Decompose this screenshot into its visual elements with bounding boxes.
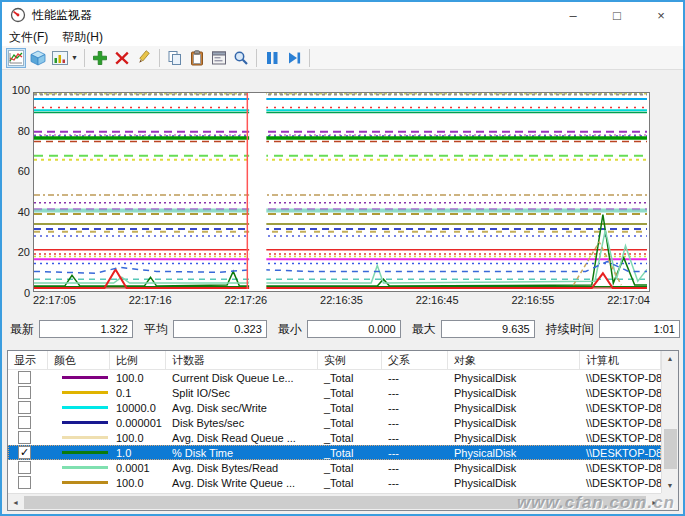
column-header[interactable]: 计算机 — [580, 351, 661, 369]
highlight-button[interactable] — [134, 48, 154, 68]
cell-counter: Avg. Disk Write Queue ... — [166, 475, 318, 490]
show-checkbox[interactable]: ✓ — [18, 446, 31, 459]
menu-help[interactable]: 帮助(H) — [55, 29, 110, 46]
cell-scale: 100.0 — [110, 430, 166, 445]
chart-canvas — [34, 93, 647, 289]
chart-plot-area[interactable] — [33, 92, 650, 292]
table-row[interactable]: 100.0 Current Disk Queue Le... _Total --… — [8, 370, 661, 385]
cell-object: PhysicalDisk — [448, 430, 580, 445]
table-row[interactable]: 0.000001 Disk Bytes/sec _Total --- Physi… — [8, 415, 661, 430]
show-checkbox[interactable] — [18, 386, 31, 399]
column-header[interactable]: 显示 — [8, 351, 48, 369]
cell-computer: \\DESKTOP-D8QA — [580, 445, 661, 460]
close-button[interactable]: × — [639, 2, 683, 28]
cell-counter: Avg. Disk Read Queue ... — [166, 430, 318, 445]
show-checkbox[interactable] — [18, 416, 31, 429]
table-row[interactable]: 10000.0 Avg. Disk sec/Write _Total --- P… — [8, 400, 661, 415]
cell-instance: _Total — [318, 385, 382, 400]
cell-scale: 0.1 — [110, 385, 166, 400]
show-checkbox[interactable] — [18, 431, 31, 444]
vertical-scroll-thumb[interactable] — [664, 429, 677, 469]
view-current-activity-button[interactable] — [28, 48, 48, 68]
counter-list: 显示颜色比例计数器实例父系对象计算机 100.0 Current Disk Qu… — [7, 350, 679, 511]
show-checkbox[interactable] — [18, 371, 31, 384]
chart-type-icon — [52, 50, 68, 66]
zoom-button[interactable] — [231, 48, 251, 68]
stats-bar: 最新1.322平均0.323最小0.000最大9.635持续时间1:01 — [8, 318, 680, 340]
x-tick-label: 22:16:35 — [320, 294, 363, 306]
plus-icon — [92, 50, 108, 66]
cell-instance: _Total — [318, 370, 382, 385]
performance-monitor-window: 性能监视器 – □ × 文件(F) 帮助(H) ▼ — [0, 0, 685, 516]
cell-computer: \\DESKTOP-D8QA — [580, 385, 661, 400]
chart-type-dropdown-arrow[interactable]: ▼ — [71, 54, 78, 61]
cell-parent: --- — [382, 445, 448, 460]
stat-value: 0.000 — [307, 320, 401, 338]
color-swatch — [62, 481, 108, 484]
cell-object: PhysicalDisk — [448, 385, 580, 400]
chart-type-button[interactable] — [50, 48, 70, 68]
cell-instance: _Total — [318, 400, 382, 415]
cell-object: PhysicalDisk — [448, 460, 580, 475]
counter-list-header: 显示颜色比例计数器实例父系对象计算机 — [8, 351, 661, 370]
table-row[interactable]: 100.0 Avg. Disk Write Queue ... _Total -… — [8, 475, 661, 490]
table-row[interactable]: ✓ 1.0 % Disk Time _Total --- PhysicalDis… — [8, 445, 661, 460]
x-tick-label: 22:17:05 — [33, 294, 76, 306]
color-swatch — [62, 436, 108, 439]
column-header[interactable]: 实例 — [318, 351, 382, 369]
cell-instance: _Total — [318, 475, 382, 490]
cell-parent: --- — [382, 430, 448, 445]
menu-file[interactable]: 文件(F) — [2, 29, 55, 46]
cube-icon — [30, 50, 46, 66]
column-header[interactable]: 颜色 — [48, 351, 110, 369]
cell-parent: --- — [382, 415, 448, 430]
table-row[interactable]: 0.1 Split IO/Sec _Total --- PhysicalDisk… — [8, 385, 661, 400]
scroll-up-icon[interactable]: ▲ — [662, 351, 678, 366]
color-swatch — [62, 406, 108, 409]
watermark: www.cfan.com.cn — [517, 493, 675, 513]
copy-properties-button[interactable] — [165, 48, 185, 68]
table-row[interactable]: 0.0001 Avg. Disk Bytes/Read _Total --- P… — [8, 460, 661, 475]
show-checkbox[interactable] — [18, 476, 31, 489]
cell-scale: 100.0 — [110, 370, 166, 385]
cell-parent: --- — [382, 475, 448, 490]
show-checkbox[interactable] — [18, 461, 31, 474]
column-header[interactable]: 比例 — [110, 351, 166, 369]
chart-view-button[interactable] — [6, 48, 26, 68]
cell-scale: 1.0 — [110, 445, 166, 460]
column-header[interactable]: 父系 — [382, 351, 448, 369]
paste-counter-list-button[interactable] — [187, 48, 207, 68]
cell-counter: Current Disk Queue Le... — [166, 370, 318, 385]
color-swatch — [62, 421, 108, 424]
delete-counter-button[interactable] — [112, 48, 132, 68]
scroll-down-icon[interactable]: ▼ — [662, 478, 678, 493]
cell-object: PhysicalDisk — [448, 475, 580, 490]
menu-bar: 文件(F) 帮助(H) — [2, 28, 683, 46]
vertical-scrollbar[interactable]: ▲ ▼ — [661, 351, 678, 493]
freeze-display-button[interactable] — [262, 48, 282, 68]
y-axis-labels: 100806040200 — [2, 84, 30, 299]
y-tick-label: 60 — [18, 165, 30, 177]
maximize-button[interactable]: □ — [595, 2, 639, 28]
x-tick-label: 22:17:04 — [607, 294, 650, 306]
column-header[interactable]: 对象 — [448, 351, 580, 369]
update-data-button[interactable] — [284, 48, 304, 68]
properties-button[interactable] — [209, 48, 229, 68]
column-header[interactable]: 计数器 — [166, 351, 318, 369]
cell-scale: 10000.0 — [110, 400, 166, 415]
cell-scale: 100.0 — [110, 475, 166, 490]
stat-label: 最大 — [412, 321, 436, 338]
scroll-left-icon[interactable]: ◄ — [8, 499, 23, 506]
stat-label: 最新 — [10, 321, 34, 338]
add-counter-button[interactable] — [90, 48, 110, 68]
show-checkbox[interactable] — [18, 401, 31, 414]
color-swatch — [62, 451, 108, 454]
color-swatch — [62, 376, 108, 379]
y-tick-label: 20 — [18, 246, 30, 258]
stat-value: 1.322 — [39, 320, 133, 338]
y-tick-label: 100 — [12, 84, 30, 96]
table-row[interactable]: 100.0 Avg. Disk Read Queue ... _Total --… — [8, 430, 661, 445]
color-swatch — [62, 466, 108, 469]
minimize-button[interactable]: – — [551, 2, 595, 28]
x-icon — [114, 50, 130, 66]
